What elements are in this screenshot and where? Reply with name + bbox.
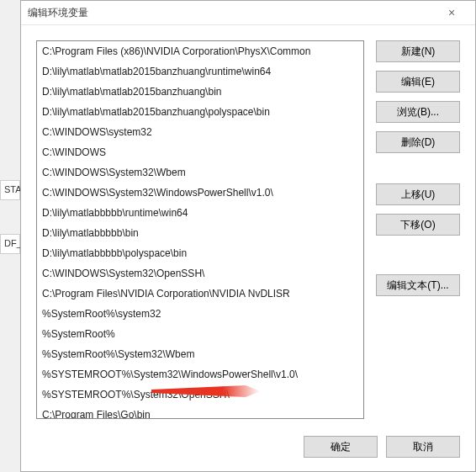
list-item[interactable]: %SYSTEMROOT%\System32\OpenSSH\	[37, 384, 363, 405]
list-item[interactable]: C:\WINDOWS\System32\OpenSSH\	[37, 263, 363, 284]
list-item[interactable]: D:\lily\matlab\matlab2015banzhuang\runti…	[37, 61, 363, 82]
list-item[interactable]: C:\WINDOWS	[37, 142, 363, 162]
path-listbox[interactable]: C:\Program Files (x86)\NVIDIA Corporatio…	[36, 40, 364, 419]
list-item[interactable]: %SystemRoot%\System32\Wbem	[37, 344, 363, 364]
list-item[interactable]: %SystemRoot%\system32	[37, 304, 363, 324]
list-item[interactable]: D:\lily\matlab\matlab2015banzhuang\bin	[37, 82, 363, 102]
list-item[interactable]: D:\lily\matlabbbbb\runtime\win64	[37, 203, 363, 223]
browse-button[interactable]: 浏览(B)...	[376, 101, 460, 123]
list-item[interactable]: C:\WINDOWS\System32\Wbem	[37, 162, 363, 183]
ok-button[interactable]: 确定	[304, 436, 378, 458]
dialog-footer: 确定 取消	[21, 426, 475, 471]
list-item[interactable]: D:\lily\matlab\matlab2015banzhuang\polys…	[37, 102, 363, 122]
list-item[interactable]: C:\WINDOWS\system32	[37, 122, 363, 142]
dialog-title: 编辑环境变量	[28, 6, 435, 20]
list-item[interactable]: D:\lily\matlabbbbb\polyspace\bin	[37, 243, 363, 263]
dialog-content: C:\Program Files (x86)\NVIDIA Corporatio…	[21, 25, 475, 426]
delete-button[interactable]: 删除(D)	[376, 131, 460, 153]
new-button[interactable]: 新建(N)	[376, 40, 460, 62]
list-item[interactable]: C:\Program Files (x86)\NVIDIA Corporatio…	[37, 41, 363, 61]
move-up-button[interactable]: 上移(U)	[376, 183, 460, 205]
cancel-button[interactable]: 取消	[386, 436, 460, 458]
list-item[interactable]: C:\WINDOWS\System32\WindowsPowerShell\v1…	[37, 183, 363, 203]
list-item[interactable]: C:\Program Files\NVIDIA Corporation\NVID…	[37, 284, 363, 304]
list-item[interactable]: %SYSTEMROOT%\System32\WindowsPowerShell\…	[37, 364, 363, 384]
edit-button[interactable]: 编辑(E)	[376, 71, 460, 93]
button-column: 新建(N) 编辑(E) 浏览(B)... 删除(D) 上移(U) 下移(O) 编…	[376, 40, 460, 419]
list-item[interactable]: C:\Program Files\Go\bin	[37, 405, 363, 419]
close-icon[interactable]: ×	[435, 1, 468, 24]
move-down-button[interactable]: 下移(O)	[376, 214, 460, 236]
edit-env-dialog: 编辑环境变量 × C:\Program Files (x86)\NVIDIA C…	[20, 0, 476, 472]
titlebar: 编辑环境变量 ×	[21, 1, 475, 25]
list-item[interactable]: %SystemRoot%	[37, 324, 363, 344]
list-item[interactable]: D:\lily\matlabbbbb\bin	[37, 223, 363, 243]
bg-label: DF_P	[0, 234, 20, 254]
bg-label: STA	[0, 180, 20, 200]
edit-text-button[interactable]: 编辑文本(T)...	[376, 274, 460, 296]
